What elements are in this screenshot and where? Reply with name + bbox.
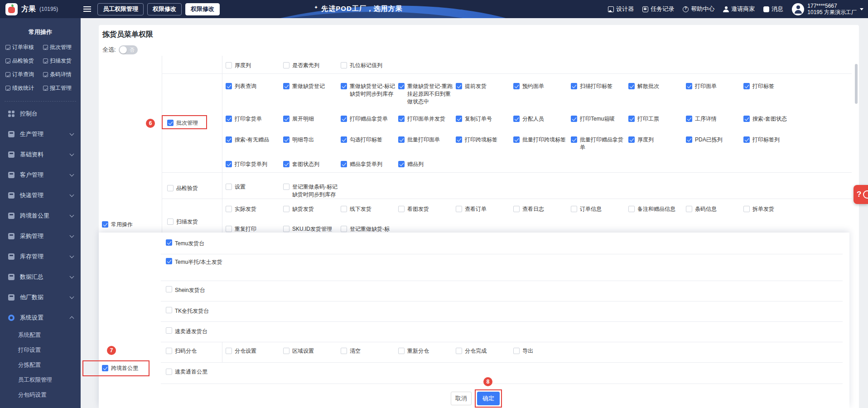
sidebar-item-inventory[interactable]: 库存管理 — [0, 246, 81, 267]
sidebar-item-production[interactable]: 生产管理 — [0, 124, 81, 144]
permission-checkbox[interactable]: 打印拿货单 — [226, 115, 283, 123]
permission-checkbox[interactable]: 打印工票 — [628, 115, 686, 123]
permission-checkbox[interactable]: 清空 — [341, 347, 398, 355]
permission-checkbox[interactable]: 明细导出 — [283, 136, 341, 151]
permission-checkbox[interactable]: 导出 — [513, 347, 571, 355]
permission-checkbox[interactable]: 列表查询 — [226, 83, 283, 106]
quick-link-performance[interactable]: 绩效统计 — [5, 84, 43, 92]
permission-checkbox[interactable]: 拆单发货 — [743, 205, 801, 213]
permission-checkbox[interactable]: 批次管理 — [167, 119, 198, 127]
sidebar-item-base-data[interactable]: 基础资料 — [0, 144, 81, 165]
permission-checkbox[interactable]: 分仓设置 — [226, 347, 283, 355]
topbar-item-designer[interactable]: 设计器 — [608, 5, 634, 13]
sidebar-item-data-summary[interactable]: 数据汇总 — [0, 267, 81, 287]
collapse-sidebar-icon[interactable] — [83, 6, 91, 12]
cancel-button[interactable]: 取消 — [451, 392, 472, 405]
permission-checkbox[interactable]: 厚度列 — [226, 62, 283, 69]
topbar-tab-0[interactable]: 员工权限管理 — [97, 3, 144, 15]
quick-link-scan-ship[interactable]: 扫描发货 — [43, 57, 81, 65]
permission-checkbox[interactable]: 登记重做条码-标记缺货时同步到库存 — [283, 183, 341, 199]
confirm-button[interactable]: 确定 — [477, 392, 500, 405]
topbar-item-message[interactable]: 消息 — [763, 5, 783, 13]
permission-checkbox[interactable]: 赠品拿货单列 — [341, 160, 398, 168]
permission-checkbox[interactable]: 厚度列 — [628, 136, 686, 151]
permission-checkbox[interactable]: 批量打印面单 — [398, 136, 456, 151]
sidebar-item-purchase[interactable]: 采购管理 — [0, 226, 81, 246]
permission-checkbox[interactable]: 常用操作 — [102, 221, 133, 228]
permission-checkbox[interactable]: Temu发货台 — [166, 239, 204, 248]
permission-checkbox[interactable]: 工序详情 — [686, 115, 743, 123]
sidebar-item-express[interactable]: 快递管理 — [0, 185, 81, 205]
permission-checkbox[interactable]: 提前发货 — [456, 83, 513, 106]
user-menu[interactable]: 177****5667 10195 方果演示工厂 — [792, 3, 863, 15]
permission-checkbox[interactable]: TK全托发货台 — [166, 306, 209, 316]
permission-checkbox[interactable]: 查看订单 — [456, 205, 513, 213]
permission-checkbox[interactable]: 扫描打印标签 — [571, 83, 628, 106]
permission-checkbox[interactable]: 重复打印 — [226, 225, 283, 233]
permission-checkbox[interactable]: 展开明细 — [283, 115, 341, 123]
permission-checkbox[interactable]: 打印跨境标签 — [456, 136, 513, 151]
permission-checkbox[interactable]: 查看日志 — [513, 205, 571, 213]
permission-checkbox[interactable]: 扫码分仓 — [166, 347, 197, 355]
permission-checkbox[interactable]: 套图状态列 — [283, 160, 341, 168]
sidebar-item-first-mile[interactable]: 跨境首公里 — [0, 205, 81, 226]
quick-link-quality-check[interactable]: 品检验货 — [5, 57, 43, 65]
sidebar-subitem-4[interactable]: 分包码设置 — [0, 388, 81, 403]
sidebar-item-customer[interactable]: 客户管理 — [0, 165, 81, 185]
permission-checkbox[interactable]: 条码信息 — [686, 205, 743, 213]
permission-checkbox[interactable]: 解散批次 — [628, 83, 686, 106]
quick-link-barcode-detail[interactable]: 条码详情 — [43, 71, 81, 78]
logo[interactable]: 方果 (10195) — [0, 3, 81, 15]
permission-checkbox[interactable]: Temu半托/本土发货 — [166, 257, 222, 267]
permission-checkbox[interactable]: PDA已拣列 — [686, 136, 743, 151]
permission-checkbox[interactable]: 分配人员 — [513, 115, 571, 123]
permission-checkbox[interactable]: 重做缺货登记-重跑挂起原因不归到重做状态中 — [398, 83, 456, 106]
permission-checkbox[interactable]: Shein发货台 — [166, 286, 205, 295]
permission-checkbox[interactable]: 打印标签 — [743, 83, 801, 106]
permission-checkbox[interactable]: 重做缺货登记 — [283, 83, 341, 106]
permission-checkbox[interactable]: 分仓完成 — [456, 347, 513, 355]
permission-checkbox[interactable]: 批量打印赠品拿货单 — [571, 136, 628, 151]
permission-checkbox[interactable]: 打印面单 — [686, 83, 743, 106]
sidebar-item-dashboard[interactable]: 控制台 — [0, 103, 81, 124]
permission-checkbox[interactable]: 是否素壳列 — [283, 62, 341, 69]
permission-checkbox[interactable]: 搜索-有无赠品 — [226, 136, 283, 151]
help-float-button[interactable]: ? — [854, 185, 868, 204]
permission-checkbox[interactable]: 打印赠品拿货单 — [341, 115, 398, 123]
permission-checkbox[interactable]: 品检验货 — [167, 185, 198, 192]
sidebar-subitem-0[interactable]: 系统配置 — [0, 328, 81, 343]
sidebar-item-other-factory[interactable]: 他厂数据 — [0, 287, 81, 307]
permission-checkbox[interactable]: 预约面单 — [513, 83, 571, 106]
topbar-tab-2[interactable]: 权限修改 — [185, 3, 220, 15]
permission-checkbox[interactable]: 打印面单并发货 — [398, 115, 456, 123]
permission-checkbox[interactable]: 速卖通发货台 — [166, 327, 207, 336]
topbar-item-task-log[interactable]: 任务记录 — [642, 5, 674, 13]
quick-link-order-audit[interactable]: 订单审核 — [5, 44, 43, 51]
sidebar-item-system-settings[interactable]: 系统设置 — [0, 307, 81, 328]
quick-link-order-query[interactable]: 订单查询 — [5, 71, 43, 78]
permission-checkbox[interactable]: 备注和赠品信息 — [628, 205, 686, 213]
quick-link-batch-manage[interactable]: 批次管理 — [43, 44, 81, 51]
sidebar-subitem-1[interactable]: 打印设置 — [0, 343, 81, 358]
permission-checkbox[interactable]: 扫描发货 — [167, 218, 198, 226]
topbar-tab-1[interactable]: 权限修改 — [147, 3, 182, 15]
permission-checkbox[interactable]: 登记重做缺货-标 — [341, 225, 398, 233]
permission-checkbox[interactable]: SKU.ID发货管理 — [283, 225, 341, 233]
permission-checkbox[interactable]: 孔位标记值列 — [341, 62, 398, 69]
topbar-item-invite-merchant[interactable]: 邀请商家 — [723, 5, 755, 13]
sidebar-subitem-3[interactable]: 员工权限管理 — [0, 373, 81, 388]
permission-checkbox[interactable]: 打印标签列 — [743, 136, 801, 151]
quick-link-work-report[interactable]: 报工管理 — [43, 84, 81, 92]
sidebar-subitem-2[interactable]: 分拣配置 — [0, 358, 81, 373]
permission-checkbox[interactable]: 跨境首公里 — [102, 364, 138, 372]
permission-checkbox[interactable]: 线下发货 — [341, 205, 398, 213]
permission-checkbox[interactable]: 重做缺货登记-标记缺货时同步到库存 — [341, 83, 398, 106]
permission-checkbox[interactable]: 速卖通首公里 — [166, 368, 207, 376]
permission-checkbox[interactable]: 复制订单号 — [456, 115, 513, 123]
select-all-toggle[interactable]: 否 — [119, 45, 138, 54]
permission-checkbox[interactable]: 设置 — [226, 183, 283, 199]
permission-checkbox[interactable]: 缺货发货 — [283, 205, 341, 213]
table-scrollbar[interactable] — [855, 64, 858, 104]
topbar-item-help-center[interactable]: 帮助中心 — [683, 5, 714, 13]
permission-checkbox[interactable]: 打印Temu箱唛 — [571, 115, 628, 123]
